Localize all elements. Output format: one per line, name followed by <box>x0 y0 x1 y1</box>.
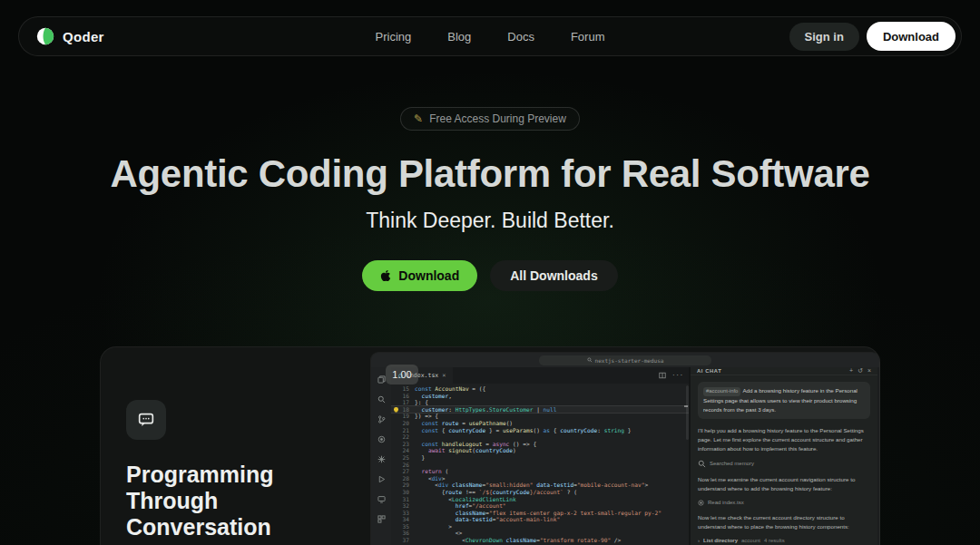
qoder-logo-icon <box>35 26 55 46</box>
page-subtitle: Think Deeper. Build Better. <box>366 209 614 233</box>
feature-heading: Programming Through Conversation <box>126 462 299 540</box>
line-number: 19 <box>391 413 415 420</box>
history-icon[interactable]: ↺ <box>858 367 863 375</box>
line-number: 21 <box>391 427 415 434</box>
line-number: 35 <box>391 523 415 530</box>
tool-call-searched-memory[interactable]: Searched memory <box>698 460 870 468</box>
code-line-35: 35 > <box>391 523 689 530</box>
ide-body: index.tsx × ··· 15const Acco <box>371 367 879 545</box>
code-line-37: 37 <ChevronDown className="transform rot… <box>391 537 689 544</box>
ide-window: 1.00 nextjs-starter-medusa index.tsx × <box>371 353 879 545</box>
code-line-30: 30 {route !== `/${countryCode}/account` … <box>391 489 689 496</box>
context-chip[interactable]: #account-info <box>703 387 740 396</box>
brand-name: Qoder <box>63 29 104 44</box>
project-search-label: nextjs-starter-medusa <box>595 357 664 364</box>
line-number: 25 <box>391 454 415 462</box>
qoder-landing-page: Qoder PricingBlogDocsForum Sign in Downl… <box>0 0 980 545</box>
editor-column: index.tsx × ··· 15const Acco <box>391 367 689 545</box>
split-editor-icon[interactable] <box>659 372 666 379</box>
ai-chat-panel: AI CHAT +↺× #account-infoAdd a browsing … <box>691 367 877 545</box>
code-line-21: 21 const { countryCode } = useParams() a… <box>391 427 689 434</box>
assistant-paragraph: Now let me check the current account dir… <box>698 513 870 531</box>
chevron-right-icon: › <box>698 538 700 543</box>
brand[interactable]: Qoder <box>35 26 104 46</box>
page-title: Agentic Coding Platform for Real Softwar… <box>110 152 869 196</box>
code-line-18: 18 customer: HttpTypes.StoreCustomer | n… <box>391 406 689 414</box>
code-line-25: 25 } <box>391 454 689 462</box>
download-button[interactable]: Download <box>362 260 477 291</box>
hero-cta-row: Download All Downloads <box>362 260 617 291</box>
editor-tab-bar: index.tsx × ··· <box>391 367 689 384</box>
lightbulb-icon[interactable] <box>394 407 398 412</box>
code-line-19: 19}) => { <box>391 413 689 420</box>
ai-chat-header: AI CHAT +↺× <box>691 367 877 375</box>
navbar: Qoder PricingBlogDocsForum Sign in Downl… <box>18 16 962 56</box>
line-number: 22 <box>391 433 415 441</box>
search-icon <box>587 357 593 363</box>
chat-bubble-icon <box>136 410 156 430</box>
assistant-paragraph: I'll help you add a browsing history fea… <box>698 426 870 453</box>
remote-icon[interactable] <box>377 494 386 503</box>
nav-link-blog[interactable]: Blog <box>447 30 471 44</box>
line-number: 20 <box>391 420 415 427</box>
search-icon[interactable] <box>377 394 386 404</box>
line-number: 23 <box>391 441 415 448</box>
new-chat-icon[interactable]: + <box>849 367 853 375</box>
code-line-33: 33 className="flex items-center gap-x-2 … <box>391 510 689 517</box>
code-line-24: 24 await signout(countryCode) <box>391 447 689 454</box>
read-icon <box>698 500 704 506</box>
preview-badge: ✎ Free Access During Preview <box>400 107 580 131</box>
line-number: 33 <box>391 510 415 517</box>
debug-icon[interactable] <box>377 434 386 443</box>
code-line-36: 36 <> <box>391 530 689 537</box>
line-number: 37 <box>391 537 415 544</box>
code-line-17: 17}: { <box>391 399 689 406</box>
playback-speed-overlay: 1.00 <box>386 365 418 384</box>
feature-icon-tile <box>126 400 166 440</box>
more-icon[interactable]: ··· <box>671 372 683 379</box>
nav-link-forum[interactable]: Forum <box>571 30 605 44</box>
code-line-27: 27 return ( <box>391 468 689 475</box>
code-line-26: 26 <box>391 462 689 469</box>
line-number: 31 <box>391 496 415 503</box>
code-line-29: 29 <div className="small:hidden" data-te… <box>391 482 689 489</box>
nav-link-docs[interactable]: Docs <box>507 30 534 44</box>
line-number: 24 <box>391 447 415 454</box>
download-button-label: Download <box>398 268 459 283</box>
line-number: 16 <box>391 393 415 400</box>
all-downloads-button[interactable]: All Downloads <box>490 260 617 291</box>
tabbar-actions: ··· <box>659 372 689 379</box>
run-icon[interactable] <box>377 474 386 483</box>
ai-chat-title: AI CHAT <box>697 368 721 374</box>
assistant-response: I'll help you add a browsing history fea… <box>698 426 870 545</box>
user-message-bubble: #account-infoAdd a browsing history feat… <box>698 382 870 419</box>
code-line-28: 28 <div> <box>391 475 689 482</box>
code-line-22: 22 <box>391 433 689 441</box>
line-number: 26 <box>391 462 415 469</box>
tool-call-read-index-tsx[interactable]: Read index.tsx <box>698 500 870 506</box>
code-editor[interactable]: 15const AccountNav = ({16 customer,17}: … <box>391 384 689 545</box>
ai-chat-header-icons: +↺× <box>849 367 871 375</box>
nav-download-button[interactable]: Download <box>867 22 956 51</box>
code-line-34: 34 data-testid="account-main-link" <box>391 516 689 523</box>
extensions-icon[interactable] <box>377 454 386 463</box>
signin-button[interactable]: Sign in <box>789 23 859 51</box>
files-icon[interactable] <box>377 375 386 384</box>
wand-icon: ✎ <box>414 112 423 125</box>
code-line-20: 20 const route = usePathname() <box>391 420 689 427</box>
code-line-16: 16 customer, <box>391 393 689 400</box>
code-line-15: 15const AccountNav = ({ <box>391 385 689 393</box>
source-control-icon[interactable] <box>377 414 386 423</box>
blocks-icon[interactable] <box>377 514 386 523</box>
project-search-box[interactable]: nextjs-starter-medusa <box>539 355 711 365</box>
line-number: 28 <box>391 475 415 482</box>
search-icon <box>698 460 706 468</box>
close-icon[interactable]: × <box>867 367 871 375</box>
ai-chat-content: #account-infoAdd a browsing history feat… <box>691 375 877 545</box>
line-number: 17 <box>391 399 415 406</box>
close-tab-icon[interactable]: × <box>442 372 446 379</box>
tool-call-list-directory[interactable]: ›List directoryaccount4 results <box>698 538 870 543</box>
nav-link-pricing[interactable]: Pricing <box>376 30 412 44</box>
code-line-32: 32 href="/account" <box>391 502 689 510</box>
line-number: 29 <box>391 482 415 489</box>
